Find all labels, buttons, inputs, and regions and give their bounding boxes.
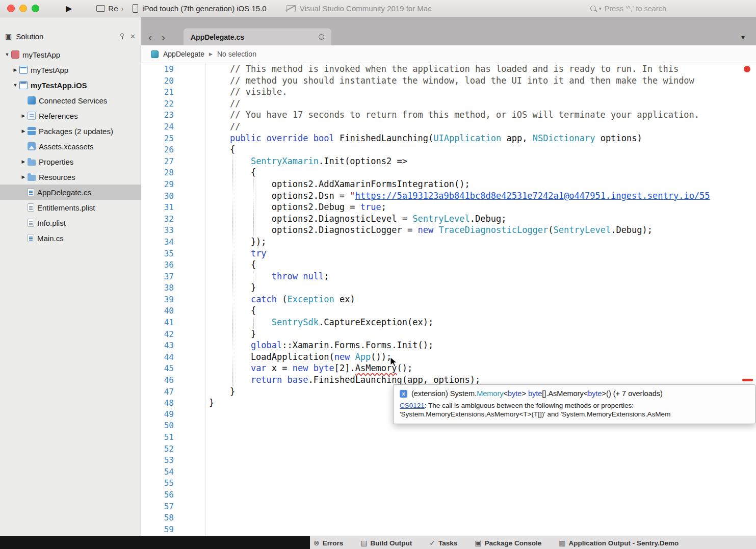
code-token: SentryLevel bbox=[412, 214, 470, 224]
tree-item-properties[interactable]: ▶Properties bbox=[0, 154, 141, 169]
code-line-57[interactable]: 57 bbox=[141, 501, 756, 513]
pin-icon[interactable] bbox=[119, 33, 125, 39]
code-line-33[interactable]: 33 options2.DiagnosticLogger = new Trace… bbox=[141, 224, 756, 236]
code-line-39[interactable]: 39 catch (Exception ex) bbox=[141, 294, 756, 305]
code-token: // bbox=[209, 121, 240, 132]
expander-right-icon[interactable]: ▶ bbox=[20, 113, 27, 118]
code-line-40[interactable]: 40 { bbox=[141, 305, 756, 317]
code-line-41[interactable]: 41 SentrySdk.CaptureException(ex); bbox=[141, 317, 756, 328]
code-line-44[interactable]: 44 LoadApplication(new App()); bbox=[141, 351, 756, 363]
line-number: 25 bbox=[141, 133, 180, 145]
line-number: 40 bbox=[141, 305, 180, 317]
code-line-29[interactable]: 29 options2.AddXamarinFormsIntegration()… bbox=[141, 178, 756, 190]
tree-item-assets-xcassets[interactable]: Assets.xcassets bbox=[0, 139, 141, 154]
code-line-21[interactable]: 21 // visible. bbox=[141, 86, 756, 98]
code-line-58[interactable]: 58 bbox=[141, 512, 756, 524]
tab-appdelegate-cs[interactable]: AppDelegate.cs bbox=[184, 29, 331, 45]
zoom-window-button[interactable] bbox=[32, 5, 39, 12]
code-token: true bbox=[360, 202, 381, 212]
code-text: // bbox=[180, 121, 240, 133]
minimize-window-button[interactable] bbox=[19, 5, 27, 12]
code-line-20[interactable]: 20 // method you should instantiate the … bbox=[141, 75, 756, 87]
code-text: throw null; bbox=[180, 271, 329, 282]
close-pad-icon[interactable]: ✕ bbox=[130, 33, 136, 40]
code-line-42[interactable]: 42 } bbox=[141, 328, 756, 340]
breadcrumb-selection[interactable]: No selection bbox=[217, 50, 256, 58]
expander-right-icon[interactable]: ▶ bbox=[20, 128, 27, 134]
navigate-back-button[interactable]: ‹ bbox=[148, 31, 152, 43]
code-line-55[interactable]: 55 bbox=[141, 478, 756, 489]
tab-list-dropdown-icon[interactable]: ▾ bbox=[741, 33, 745, 41]
code-line-31[interactable]: 31 options2.Debug = true; bbox=[141, 201, 756, 213]
code-text: } bbox=[180, 397, 214, 409]
build-config-selector[interactable]: Re › bbox=[96, 4, 123, 13]
line-number: 20 bbox=[141, 75, 180, 87]
code-token bbox=[209, 271, 272, 281]
code-line-35[interactable]: 35 try bbox=[141, 248, 756, 259]
solution-pad-tools: ✕ bbox=[119, 33, 136, 40]
close-window-button[interactable] bbox=[7, 5, 15, 12]
line-number: 48 bbox=[141, 398, 180, 409]
code-token bbox=[350, 352, 355, 362]
code-line-45[interactable]: 45 var x = new byte[2].AsMemory(); bbox=[141, 362, 756, 374]
tree-item-connected-services[interactable]: Connected Services bbox=[0, 93, 141, 108]
breadcrumb-scope[interactable]: AppDelegate bbox=[163, 50, 204, 58]
navigate-forward-button[interactable]: › bbox=[162, 31, 165, 43]
code-line-30[interactable]: 30 options2.Dsn = "https://5a193123a9b84… bbox=[141, 190, 756, 202]
line-number: 23 bbox=[141, 110, 180, 121]
statusbar-errors[interactable]: ⊗Errors bbox=[314, 539, 343, 547]
run-button[interactable]: ▶ bbox=[66, 4, 72, 13]
expander-down-icon[interactable]: ▼ bbox=[4, 52, 10, 57]
statusbar-app-output[interactable]: ▥Application Output - Sentry.Demo bbox=[559, 539, 679, 547]
code-line-27[interactable]: 27 SentryXamarin.Init(options2 => bbox=[141, 155, 756, 167]
tree-item-mytestapp-ios[interactable]: ▼myTestApp.iOS bbox=[0, 77, 141, 93]
code-line-24[interactable]: 24 // bbox=[141, 121, 756, 133]
expander-right-icon[interactable]: ▶ bbox=[20, 159, 27, 164]
code-token bbox=[433, 225, 438, 235]
tooltip-signature-row: x (extension) System.Memory<byte> byte[]… bbox=[400, 389, 749, 398]
code-line-38[interactable]: 38 } bbox=[141, 282, 756, 294]
code-editor[interactable]: 19 // This method is invoked when the ap… bbox=[141, 63, 756, 536]
tree-item-info-plist[interactable]: Info.plist bbox=[0, 215, 141, 230]
search-field[interactable]: ▾ Press '^,' to search bbox=[590, 5, 666, 13]
code-line-19[interactable]: 19 // This method is invoked when the ap… bbox=[141, 63, 756, 75]
tree-item-resources[interactable]: ▶Resources bbox=[0, 169, 141, 185]
statusbar-build-output[interactable]: ▤Build Output bbox=[360, 539, 412, 547]
code-line-56[interactable]: 56 bbox=[141, 489, 756, 501]
code-line-26[interactable]: 26 { bbox=[141, 144, 756, 155]
error-code-link[interactable]: CS0121 bbox=[400, 402, 425, 409]
packages-icon bbox=[28, 127, 36, 135]
expander-down-icon[interactable]: ▼ bbox=[12, 83, 18, 88]
tree-item-mytestapp[interactable]: ▶myTestApp bbox=[0, 62, 141, 77]
code-line-52[interactable]: 52 bbox=[141, 443, 756, 455]
code-token: app, bbox=[501, 133, 532, 143]
code-line-25[interactable]: 25 public override bool FinishedLaunchin… bbox=[141, 133, 756, 144]
code-line-37[interactable]: 37 throw null; bbox=[141, 271, 756, 282]
tree-item-entitlements-plist[interactable]: Entitlements.plist bbox=[0, 200, 141, 215]
code-line-23[interactable]: 23 // You have 17 seconds to return from… bbox=[141, 109, 756, 121]
tree-item-references[interactable]: ▶References bbox=[0, 108, 141, 123]
tree-item-mytestapp[interactable]: ▼myTestApp bbox=[0, 47, 141, 62]
code-line-53[interactable]: 53 bbox=[141, 455, 756, 466]
statusbar-package-console[interactable]: ▣Package Console bbox=[475, 539, 541, 547]
code-line-32[interactable]: 32 options2.DiagnosticLevel = SentryLeve… bbox=[141, 213, 756, 225]
device-selector[interactable]: iPod touch (7th generation) iOS 15.0 bbox=[133, 4, 267, 13]
code-line-59[interactable]: 59 bbox=[141, 524, 756, 536]
tree-item-appdelegate-cs[interactable]: AppDelegate.cs bbox=[0, 185, 141, 200]
statusbar-label: Application Output - Sentry.Demo bbox=[569, 539, 679, 547]
expander-right-icon[interactable]: ▶ bbox=[12, 67, 18, 72]
code-line-22[interactable]: 22 // bbox=[141, 98, 756, 110]
expander-right-icon[interactable]: ▶ bbox=[20, 174, 27, 179]
statusbar-tasks[interactable]: ✓Tasks bbox=[429, 539, 457, 547]
code-line-51[interactable]: 51 bbox=[141, 432, 756, 443]
code-line-34[interactable]: 34 }); bbox=[141, 236, 756, 248]
tab-modified-indicator-icon[interactable] bbox=[319, 34, 324, 40]
code-line-28[interactable]: 28 { bbox=[141, 167, 756, 178]
code-line-36[interactable]: 36 { bbox=[141, 259, 756, 271]
tree-item-main-cs[interactable]: Main.cs bbox=[0, 230, 141, 246]
search-placeholder: Press '^,' to search bbox=[605, 5, 666, 13]
code-line-54[interactable]: 54 bbox=[141, 466, 756, 478]
tree-item-packages-2-updates-[interactable]: ▶Packages (2 updates) bbox=[0, 123, 141, 139]
editor-right-margin[interactable] bbox=[743, 63, 756, 536]
code-line-43[interactable]: 43 global::Xamarin.Forms.Forms.Init(); bbox=[141, 339, 756, 351]
